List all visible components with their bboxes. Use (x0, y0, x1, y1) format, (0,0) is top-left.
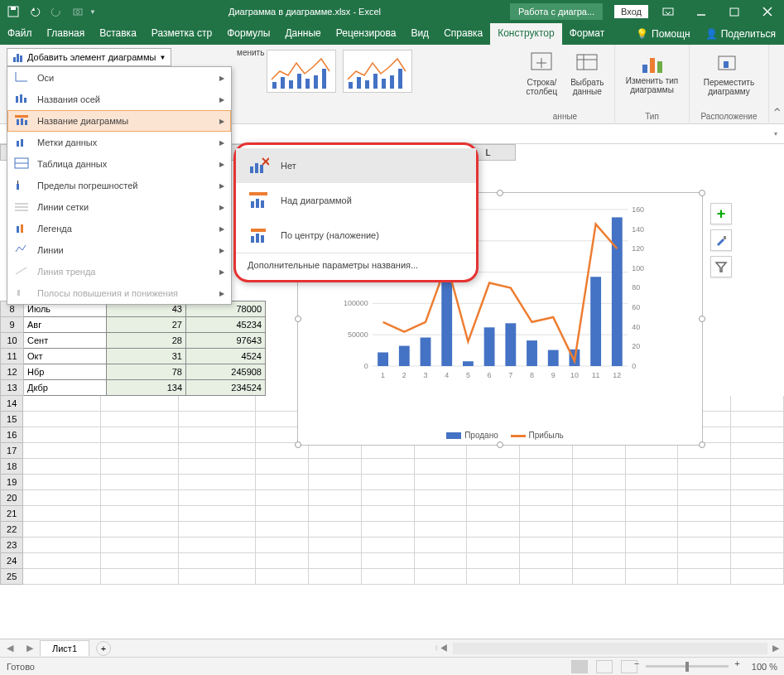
svg-rect-57 (250, 166, 253, 173)
svg-rect-25 (17, 184, 19, 190)
svg-text:100: 100 (632, 264, 644, 272)
svg-text:8: 8 (530, 371, 534, 379)
svg-rect-67 (251, 236, 254, 243)
menu-legend[interactable]: Легенда▶ (7, 218, 231, 239)
svg-text:120: 120 (632, 244, 644, 253)
svg-rect-53 (650, 58, 655, 73)
collapse-ribbon-icon[interactable]: ⌃ (769, 45, 784, 124)
menu-lines[interactable]: Линии▶ (7, 239, 231, 261)
svg-text:0: 0 (364, 362, 368, 370)
tab-layout[interactable]: Разметка стр (144, 23, 219, 45)
chart-brush-icon[interactable] (710, 229, 732, 251)
tab-view[interactable]: Вид (403, 23, 436, 45)
add-sheet-button[interactable]: + (96, 641, 111, 656)
zoom-slider[interactable] (646, 665, 729, 668)
svg-rect-47 (398, 69, 402, 89)
view-layout-icon[interactable] (596, 660, 613, 673)
login-button[interactable]: Вход (614, 5, 648, 18)
menu-gridlines[interactable]: Линии сетки▶ (7, 196, 231, 218)
tab-data[interactable]: Данные (277, 23, 328, 45)
formula-expand-icon[interactable]: ▾ (774, 130, 784, 137)
title-bar: ▼ Диаграмма в диаграмме.xlsx - Excel Раб… (0, 0, 784, 23)
svg-rect-52 (642, 65, 647, 73)
table-row: 10Сент2897643 (1, 333, 266, 349)
move-chart-button[interactable]: Переместить диаграмму (699, 48, 759, 98)
chart-plus-icon[interactable]: + (710, 203, 732, 224)
menu-error-bars[interactable]: Пределы погрешностей▶ (7, 175, 231, 196)
undo-icon[interactable] (25, 2, 45, 22)
view-normal-icon[interactable] (571, 660, 588, 673)
tab-review[interactable]: Рецензирова (329, 23, 404, 45)
menu-chart-title[interactable]: Название диаграммы▶ (7, 110, 231, 132)
share-icon: 👤 (705, 28, 718, 40)
table-row: 12Нбр78245908 (1, 364, 266, 380)
svg-rect-58 (255, 163, 258, 173)
chart-style-1[interactable] (267, 50, 336, 93)
svg-text:11: 11 (592, 371, 600, 379)
menu-data-table[interactable]: Таблица данных▶ (7, 153, 231, 175)
minimize-icon[interactable] (688, 0, 714, 23)
switch-row-col-button[interactable]: Строка/ столбец (522, 48, 563, 98)
svg-rect-39 (314, 75, 318, 89)
submenu-none[interactable]: Нет (236, 148, 476, 183)
sheet-nav-next[interactable]: ▶ (20, 643, 40, 653)
table-row: 13Дкбр134234524 (1, 380, 266, 396)
svg-rect-30 (17, 226, 19, 233)
svg-rect-6 (730, 8, 738, 16)
camera-icon[interactable] (68, 2, 88, 22)
tab-insert[interactable]: Вставка (92, 23, 144, 45)
submenu-more-options[interactable]: Дополнительные параметры названия... (236, 253, 476, 277)
svg-rect-40 (322, 69, 326, 89)
maximize-icon[interactable] (721, 0, 748, 23)
svg-rect-66 (251, 229, 266, 232)
tab-home[interactable]: Главная (40, 23, 93, 45)
svg-rect-17 (15, 115, 28, 118)
redo-icon[interactable] (46, 2, 66, 22)
tab-help[interactable]: Справка (436, 23, 490, 45)
add-chart-element-button[interactable]: Добавить элемент диаграммы ▼ (7, 48, 171, 66)
svg-rect-35 (281, 77, 285, 89)
select-data-button[interactable]: Выбрать данные (565, 48, 608, 98)
svg-rect-54 (657, 61, 662, 73)
svg-rect-16 (24, 98, 26, 103)
zoom-level[interactable]: 100 % (752, 662, 777, 672)
svg-rect-37 (297, 74, 301, 89)
ribbon-options-icon[interactable] (655, 0, 681, 23)
svg-rect-20 (25, 120, 27, 125)
submenu-above[interactable]: Над диаграммой (236, 183, 476, 218)
menu-axis-titles[interactable]: Названия осей▶ (7, 89, 231, 110)
menu-axes[interactable]: Оси▶ (7, 67, 231, 89)
svg-rect-96 (463, 361, 474, 366)
sheet-tab-1[interactable]: Лист1 (40, 640, 89, 656)
svg-rect-100 (548, 350, 559, 366)
h-scrollbar[interactable] (453, 643, 767, 654)
tab-formulas[interactable]: Формулы (219, 23, 277, 45)
status-text: Готово (7, 662, 35, 672)
tab-format[interactable]: Формат (562, 23, 613, 45)
menu-data-labels[interactable]: Метки данных▶ (7, 132, 231, 153)
svg-rect-62 (249, 192, 267, 195)
tab-file[interactable]: Файл (0, 23, 40, 45)
svg-rect-92 (378, 352, 388, 366)
chart-filter-icon[interactable] (710, 256, 732, 277)
svg-text:12: 12 (613, 371, 621, 379)
sheet-nav-prev[interactable]: ◀ (0, 643, 20, 653)
tell-me[interactable]: Помощн (652, 28, 690, 40)
svg-rect-97 (484, 327, 495, 366)
ribbon-tabs: Файл Главная Вставка Разметка стр Формул… (0, 23, 784, 45)
chart-style-2[interactable] (343, 50, 412, 93)
svg-rect-10 (17, 54, 19, 62)
close-icon[interactable] (754, 0, 781, 23)
svg-rect-1 (11, 7, 16, 10)
submenu-centered[interactable]: По центру (наложение) (236, 218, 476, 253)
tab-design[interactable]: Конструктор (490, 23, 561, 45)
chart-title-submenu: Нет Над диаграммой По центру (наложение)… (233, 142, 479, 282)
change-chart-type-button[interactable]: Изменить тип диаграммы (621, 48, 683, 96)
svg-text:7: 7 (508, 371, 512, 379)
svg-rect-34 (272, 82, 277, 89)
group-location-label: Расположение (701, 110, 758, 121)
save-icon[interactable] (3, 2, 23, 22)
share-button[interactable]: Поделиться (721, 28, 776, 40)
svg-rect-65 (261, 200, 264, 208)
chart-element-menu: Оси▶ Названия осей▶ Название диаграммы▶ … (7, 66, 232, 305)
